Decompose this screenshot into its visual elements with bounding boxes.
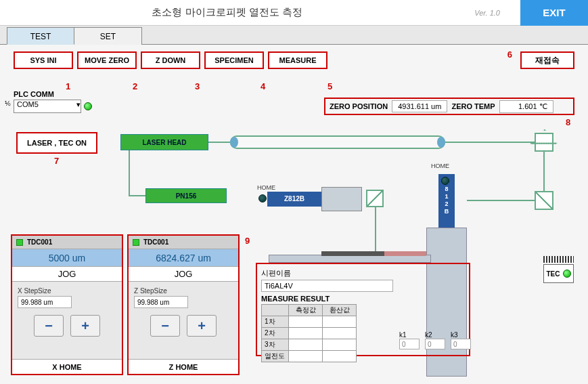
- reconnect-button[interactable]: 재접속: [520, 51, 574, 69]
- laser-tec-label: LASER , TEC ON: [27, 139, 87, 147]
- ctrl-led-icon: [16, 239, 23, 246]
- version-label: Ver. 1.0: [454, 9, 520, 17]
- beam-line: [208, 142, 230, 143]
- sys-ini-button[interactable]: SYS INI: [14, 51, 73, 69]
- row-3: 3차: [262, 339, 289, 351]
- row-1: 1차: [262, 316, 289, 328]
- pn156-block: PN156: [145, 188, 227, 203]
- x-jog-minus-button[interactable]: −: [34, 315, 64, 337]
- cell-2-1: [289, 328, 323, 339]
- x-controller-panel: TDC001 5000 um JOG X StepSize − + X HOME: [11, 234, 123, 375]
- annotation-5: 5: [327, 81, 332, 91]
- z-stepsize-input[interactable]: [134, 296, 188, 308]
- beam-line: [375, 207, 376, 252]
- z-controller-panel: TDC001 6824.627 um JOG Z StepSize − + Z …: [127, 234, 240, 375]
- zero-position-value: 4931.611 um: [392, 100, 447, 112]
- home-led-icon: [258, 194, 267, 202]
- row-2: 2차: [262, 328, 289, 339]
- k1-input[interactable]: [399, 339, 420, 349]
- tab-set[interactable]: SET: [74, 27, 142, 45]
- annotation-9: 9: [245, 236, 250, 246]
- ctrl-name: TDC001: [143, 238, 168, 246]
- sample-strip: [321, 251, 426, 256]
- k2-input[interactable]: [425, 339, 445, 349]
- zero-position-label: ZERO POSITION: [330, 102, 388, 110]
- col-converted: 환산값: [323, 305, 357, 316]
- row-thermal: 열전도: [262, 351, 289, 362]
- exit-button[interactable]: EXIT: [520, 0, 588, 26]
- plc-comm-label: PLC COMM: [14, 90, 92, 98]
- zero-temp-value: 1.601 ℃: [499, 100, 553, 113]
- measure-result-table: 측정값환산값 1차 2차 3차 열전도: [261, 304, 357, 362]
- wire-line: [129, 150, 130, 195]
- x-position-value: 5000 um: [12, 249, 122, 267]
- z-jog-plus-button[interactable]: +: [187, 315, 217, 337]
- k3-input[interactable]: [451, 339, 471, 349]
- beam-line: [543, 152, 545, 191]
- ctrl-led-icon: [133, 239, 139, 246]
- z-stepsize-label: Z StepSize: [134, 287, 233, 295]
- plc-led-icon: [84, 102, 92, 110]
- cell-3-1: [289, 339, 323, 351]
- zero-temp-label: ZERO TEMP: [451, 102, 495, 110]
- annotation-3: 3: [195, 81, 200, 91]
- tec-led-icon: [563, 270, 571, 278]
- tec-box: TEC: [543, 264, 574, 283]
- beam-tube: [230, 135, 445, 149]
- laser-tec-button[interactable]: LASER , TEC ON: [16, 132, 97, 154]
- move-zero-button[interactable]: MOVE ZERO: [77, 51, 137, 69]
- app-title: 초소형 마이크로피펫 열전도 측정: [0, 6, 454, 19]
- cell-4-2: [323, 351, 357, 362]
- k2-label: k2: [425, 331, 445, 339]
- cell-1-1: [289, 316, 323, 328]
- z-jog-minus-button[interactable]: −: [150, 315, 180, 337]
- cell-2-2: [323, 328, 357, 339]
- measure-button[interactable]: MEASURE: [268, 51, 327, 69]
- col-measured: 측정값: [289, 305, 323, 316]
- tec-hatch-icon: [543, 256, 574, 263]
- home-label: HOME: [431, 163, 449, 169]
- z-jog-label: JOG: [129, 267, 238, 282]
- k1-label: k1: [399, 331, 420, 339]
- plc-port-value: COM5: [17, 100, 39, 108]
- home-label: HOME: [257, 184, 275, 191]
- mirror-icon: [535, 191, 553, 210]
- laser-head-block: LASER HEAD: [120, 134, 208, 150]
- z-home-button[interactable]: Z HOME: [129, 359, 238, 374]
- ctrl-name: TDC001: [27, 238, 52, 246]
- plc-port-select[interactable]: COM5 ▾: [14, 100, 81, 113]
- measure-result-title: MEASURE RESULT: [261, 295, 465, 303]
- x-stepsize-label: X StepSize: [18, 287, 116, 295]
- annotation-8: 8: [566, 117, 570, 127]
- cell-4-1: [289, 351, 323, 362]
- prism-icon: [366, 190, 384, 207]
- x-jog-plus-button[interactable]: +: [70, 315, 100, 337]
- cell-1-2: [323, 316, 357, 328]
- x-jog-label: JOG: [12, 267, 122, 282]
- zero-bar: ZERO POSITION 4931.611 um ZERO TEMP 1.60…: [324, 98, 574, 115]
- x-home-button[interactable]: X HOME: [12, 359, 122, 374]
- z-position-value: 6824.627 um: [129, 249, 238, 267]
- wire-line: [129, 195, 145, 196]
- specimen-name-input[interactable]: [261, 280, 393, 292]
- beam-line: [467, 200, 535, 201]
- z812b-horizontal: Z812B: [267, 192, 321, 207]
- tab-test[interactable]: TEST: [7, 27, 74, 45]
- z-down-button[interactable]: Z DOWN: [141, 51, 200, 69]
- specimen-button[interactable]: SPECIMEN: [204, 51, 264, 69]
- specimen-name-label: 시편이름: [261, 268, 465, 278]
- measure-area: 시편이름 MEASURE RESULT 측정값환산값 1차 2차 3차 열전도 …: [256, 263, 470, 356]
- cell-3-2: [323, 339, 357, 351]
- annotation-6: 6: [507, 49, 512, 60]
- tec-label: TEC: [547, 270, 560, 278]
- stage-block: [321, 187, 362, 211]
- k3-label: k3: [451, 331, 471, 339]
- mirror-icon: [535, 133, 553, 152]
- annotation-4: 4: [261, 81, 265, 91]
- annotation-7: 7: [54, 156, 59, 166]
- annotation-2: 2: [133, 81, 137, 91]
- home-led-icon: [441, 177, 449, 185]
- x-stepsize-input[interactable]: [18, 296, 72, 308]
- beam-line: [445, 142, 535, 143]
